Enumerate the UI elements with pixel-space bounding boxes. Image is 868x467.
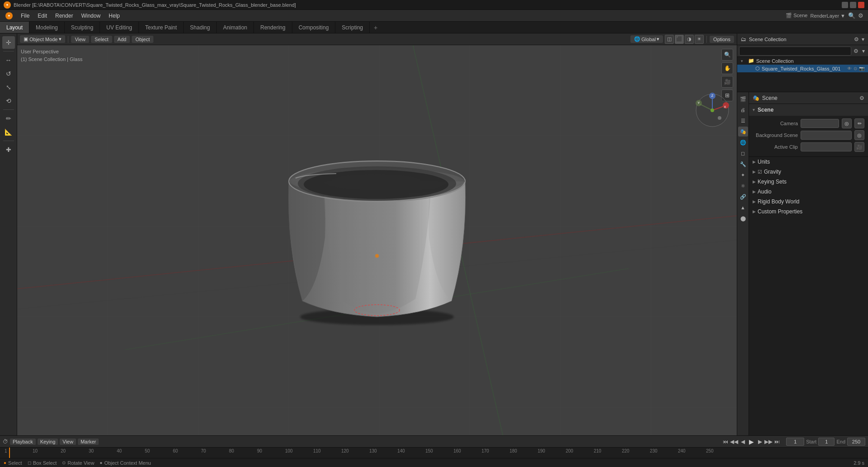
marker-menu[interactable]: Marker	[78, 439, 99, 445]
bg-scene-select-btn[interactable]: ◎	[854, 130, 864, 140]
solid-shading[interactable]: ⬛	[675, 35, 684, 44]
prop-tab-material[interactable]: ⬤	[738, 213, 748, 223]
prop-tab-output[interactable]: 🖨	[738, 105, 748, 115]
collection-item-scene[interactable]: ▾ 📁 Scene Collection	[737, 57, 868, 65]
maximize-button[interactable]	[850, 2, 856, 8]
custom-properties-section[interactable]: ▶ Custom Properties	[749, 207, 868, 217]
gravity-checkbox[interactable]: ☑	[758, 169, 762, 175]
object-menu[interactable]: Object	[132, 36, 153, 43]
prev-keyframe-btn[interactable]: ◀	[739, 438, 746, 445]
camera-icon[interactable]: 🎥	[721, 76, 733, 88]
jump-end-btn[interactable]: ⏭	[773, 438, 781, 445]
next-frame-btn[interactable]: ▶▶	[765, 438, 772, 445]
scale-tool[interactable]: ⤡	[2, 81, 15, 94]
tab-sculpting[interactable]: Sculpting	[65, 22, 100, 33]
mode-selector[interactable]: ▣ Object Mode ▾	[20, 35, 65, 43]
playback-menu[interactable]: Playback	[10, 439, 36, 445]
search-icon[interactable]: 🔍	[848, 12, 855, 19]
prev-frame-btn[interactable]: ◀◀	[730, 438, 738, 445]
viewport-options-button[interactable]: Options	[710, 36, 734, 43]
camera-edit-btn[interactable]: ✏	[854, 118, 864, 128]
nav-gizmo[interactable]: X Y Z	[694, 92, 730, 128]
background-scene-value[interactable]	[801, 131, 852, 140]
view-menu[interactable]: View	[71, 36, 89, 43]
start-frame-input[interactable]	[818, 438, 835, 446]
outliner-filter-button[interactable]: ⚙	[852, 48, 860, 54]
tab-shading[interactable]: Shading	[184, 22, 217, 33]
filter-icon[interactable]: ⚙	[858, 12, 863, 19]
close-button[interactable]	[858, 2, 864, 8]
viewport[interactable]: ▣ Object Mode ▾ View Select Add Object 🌐…	[17, 33, 737, 451]
prop-filter-icon[interactable]: ⚙	[859, 95, 864, 101]
prop-tab-constraints[interactable]: 🔗	[738, 192, 748, 202]
camera-value[interactable]	[801, 119, 839, 128]
tab-layout[interactable]: Layout	[0, 22, 29, 33]
menu-window[interactable]: Window	[77, 12, 104, 20]
clip-select-btn[interactable]: 🎥	[854, 142, 864, 152]
tab-scripting[interactable]: Scripting	[335, 22, 370, 33]
prop-tab-particles[interactable]: ✦	[738, 170, 748, 180]
next-keyframe-btn[interactable]: ▶	[756, 438, 763, 445]
tab-compositing[interactable]: Compositing	[292, 22, 336, 33]
render-icon[interactable]: 📷	[859, 66, 864, 71]
timeline-ruler[interactable]: 1102030405060708090100110120130140150160…	[0, 448, 868, 458]
add-menu[interactable]: Add	[114, 36, 130, 43]
menu-file[interactable]: File	[17, 12, 33, 20]
wireframe-shading[interactable]: ◫	[665, 35, 674, 44]
prop-tab-view-layer[interactable]: ☰	[738, 116, 748, 126]
end-frame-input[interactable]	[847, 438, 865, 446]
move-tool[interactable]: ↔	[2, 54, 15, 66]
keying-sets-section[interactable]: ▶ Keying Sets	[749, 177, 868, 187]
prop-tab-physics[interactable]: ⚛	[738, 181, 748, 191]
select-menu[interactable]: Select	[91, 36, 112, 43]
tab-modeling[interactable]: Modeling	[29, 22, 65, 33]
menu-blender[interactable]: ●	[2, 11, 16, 20]
transform-tool[interactable]: ⟲	[2, 94, 15, 107]
prop-tab-render[interactable]: 🎬	[738, 94, 748, 104]
viewport-center-options[interactable]: 🌐 Global ▾	[630, 35, 663, 43]
cursor-tool[interactable]: ✛	[2, 36, 15, 49]
camera-select-btn[interactable]: ◎	[842, 118, 852, 128]
add-object-tool[interactable]: ✚	[2, 143, 15, 156]
scene-section-header[interactable]: ▾ Scene	[749, 104, 868, 116]
pan-icon[interactable]: ✋	[721, 62, 733, 74]
tab-animation[interactable]: Animation	[217, 22, 254, 33]
units-section[interactable]: ▶ Units	[749, 157, 868, 167]
prop-tab-scene[interactable]: 🎭	[738, 127, 748, 137]
render-layer-selector[interactable]: RenderLayer ▼	[810, 13, 845, 19]
gravity-section[interactable]: ▶ ☑ Gravity	[749, 167, 868, 177]
rotate-tool[interactable]: ↺	[2, 67, 15, 80]
tab-uv-editing[interactable]: UV Editing	[100, 22, 139, 33]
jump-start-btn[interactable]: ⏮	[722, 438, 729, 445]
play-btn[interactable]: ▶	[748, 438, 755, 445]
tab-rendering[interactable]: Rendering	[254, 22, 292, 33]
prop-tab-object[interactable]: ◻	[738, 148, 748, 158]
tab-texture-paint[interactable]: Texture Paint	[139, 22, 184, 33]
outliner-options-icon[interactable]: ▾	[862, 36, 864, 42]
minimize-button[interactable]	[842, 2, 848, 8]
select-icon[interactable]: ⊙	[854, 66, 857, 71]
menu-render[interactable]: Render	[52, 12, 76, 20]
keying-menu[interactable]: Keying	[38, 439, 58, 445]
rendered-preview[interactable]: ☀	[695, 35, 704, 44]
current-frame-input[interactable]	[786, 438, 804, 446]
zoom-icon[interactable]: 🔍	[721, 49, 733, 61]
menu-help[interactable]: Help	[105, 12, 124, 20]
prop-tab-data[interactable]: ▲	[738, 203, 748, 212]
active-clip-value[interactable]	[801, 142, 852, 151]
rigid-body-world-section[interactable]: ▶ Rigid Body World	[749, 197, 868, 207]
material-preview[interactable]: ◑	[685, 35, 694, 44]
add-workspace-button[interactable]: +	[370, 22, 382, 33]
annotate-tool[interactable]: ✏	[2, 112, 15, 125]
visibility-icon[interactable]: 👁	[847, 66, 852, 71]
outliner-item-object[interactable]: ⬡ Square_Twisted_Rocks_Glass_001 👁 ⊙ 📷	[737, 65, 868, 72]
view-menu-timeline[interactable]: View	[60, 439, 76, 445]
measure-tool[interactable]: 📐	[2, 126, 15, 138]
outliner-display-button[interactable]: ▾	[861, 48, 866, 54]
outliner-filter-icon[interactable]: ⚙	[854, 36, 859, 42]
prop-tab-modifiers[interactable]: 🔧	[738, 159, 748, 169]
timeline-playhead[interactable]	[9, 448, 10, 458]
outliner-search-input[interactable]	[739, 47, 851, 56]
engine-selector[interactable]: 🎬 Scene	[786, 13, 807, 19]
prop-tab-world[interactable]: 🌐	[738, 137, 748, 147]
